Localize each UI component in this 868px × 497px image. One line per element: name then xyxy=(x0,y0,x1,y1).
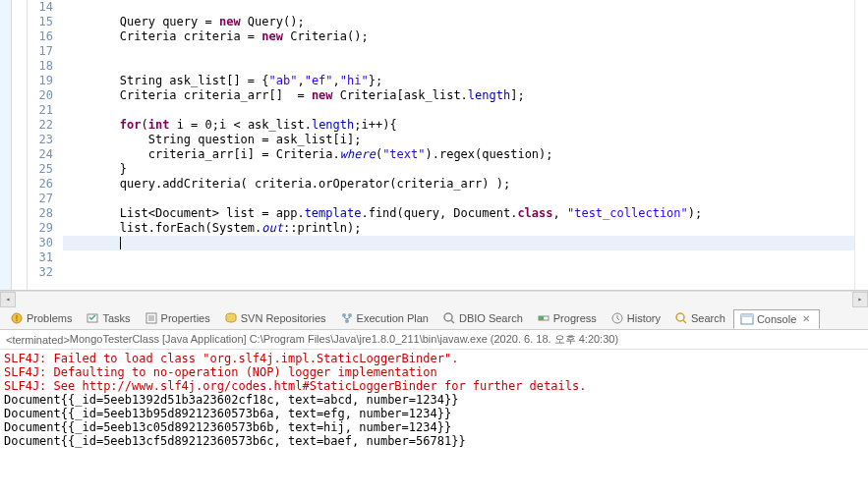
tab-label: Tasks xyxy=(102,312,130,324)
line-number[interactable]: 26 xyxy=(28,177,53,192)
line-number[interactable]: 25 xyxy=(28,162,53,177)
line-number[interactable]: 19 xyxy=(28,74,53,88)
line-number[interactable]: 24 xyxy=(28,147,53,162)
line-number[interactable]: 15 xyxy=(28,15,53,29)
tab-execution-plan[interactable]: Execution Plan xyxy=(334,309,434,327)
tab-console[interactable]: Console✕ xyxy=(733,309,820,329)
history-icon xyxy=(610,311,624,325)
tab-search[interactable]: Search xyxy=(668,309,731,327)
tab-label: SVN Repositories xyxy=(241,312,326,324)
line-number[interactable]: 32 xyxy=(28,265,53,280)
horizontal-scrollbar[interactable]: ◂ ▸ xyxy=(0,291,868,306)
svg-point-13 xyxy=(444,313,452,321)
execplan-icon xyxy=(340,311,354,325)
svg-point-18 xyxy=(676,313,684,321)
svg-line-19 xyxy=(683,320,686,323)
code-line[interactable] xyxy=(63,236,868,250)
line-number[interactable]: 20 xyxy=(28,88,53,103)
line-number[interactable]: 23 xyxy=(28,133,53,147)
code-line[interactable] xyxy=(63,265,868,280)
svg-line-14 xyxy=(451,320,454,323)
close-icon[interactable]: ✕ xyxy=(799,312,813,326)
code-editor[interactable]: 14151617181920212223242526272829303132 Q… xyxy=(0,0,868,291)
line-number[interactable]: 14 xyxy=(28,0,53,15)
line-number[interactable]: 30 xyxy=(28,236,53,250)
code-line[interactable]: criteria_arr[i] = Criteria.where("text")… xyxy=(63,147,868,162)
search-icon xyxy=(674,311,688,325)
console-status-text: MongoTesterClass [Java Application] C:\P… xyxy=(70,332,618,347)
scroll-left-button[interactable]: ◂ xyxy=(0,292,16,307)
code-line[interactable]: Query query = new Query(); xyxy=(63,15,868,29)
svn-icon xyxy=(224,311,238,325)
tab-properties[interactable]: Properties xyxy=(139,309,216,327)
console-icon xyxy=(740,312,754,326)
tab-progress[interactable]: Progress xyxy=(531,309,603,327)
line-number[interactable]: 28 xyxy=(28,206,53,221)
code-line[interactable] xyxy=(63,192,868,206)
code-content[interactable]: Query query = new Query(); Criteria crit… xyxy=(59,0,868,290)
overview-ruler[interactable] xyxy=(854,0,868,290)
line-number[interactable]: 31 xyxy=(28,250,53,265)
tab-history[interactable]: History xyxy=(605,309,666,327)
line-number[interactable]: 21 xyxy=(28,103,53,118)
tab-svn-repositories[interactable]: SVN Repositories xyxy=(218,309,332,327)
dbio-icon xyxy=(442,311,456,325)
line-number[interactable]: 18 xyxy=(28,59,53,74)
svg-point-8 xyxy=(342,313,346,317)
code-line[interactable]: List<Document> list = app.template.find(… xyxy=(63,206,868,221)
progress-icon xyxy=(537,311,550,325)
svg-line-11 xyxy=(344,317,347,319)
console-line: SLF4J: Defaulting to no-operation (NOP) … xyxy=(4,365,864,379)
code-line[interactable]: String ask_list[] = {"ab","ef","hi"}; xyxy=(63,74,868,88)
views-tab-bar: !ProblemsTasksPropertiesSVN Repositories… xyxy=(0,306,868,330)
tab-label: DBIO Search xyxy=(459,312,523,324)
code-line[interactable] xyxy=(63,0,868,15)
tab-label: Progress xyxy=(553,312,597,324)
code-line[interactable] xyxy=(63,59,868,74)
console-line: Document{{_id=5eeb13cf5d89212360573b6c, … xyxy=(4,434,864,448)
line-number[interactable]: 27 xyxy=(28,192,53,206)
tab-label: History xyxy=(627,312,661,324)
console-line: Document{{_id=5eeb13b95d89212360573b6a, … xyxy=(4,407,864,420)
console-line: SLF4J: See http://www.slf4j.org/codes.ht… xyxy=(4,379,864,393)
tab-tasks[interactable]: Tasks xyxy=(80,309,136,327)
tab-label: Properties xyxy=(161,312,210,324)
console-output[interactable]: SLF4J: Failed to load class "org.slf4j.i… xyxy=(0,350,868,450)
code-line[interactable]: Criteria criteria = new Criteria(); xyxy=(63,29,868,44)
svg-point-9 xyxy=(348,313,352,317)
code-line[interactable]: String question = ask_list[i]; xyxy=(63,133,868,147)
code-line[interactable]: for(int i = 0;i < ask_list.length;i++){ xyxy=(63,118,868,133)
tab-problems[interactable]: !Problems xyxy=(4,309,78,327)
code-line[interactable] xyxy=(63,103,868,118)
svg-line-12 xyxy=(347,317,350,319)
code-line[interactable]: Criteria criteria_arr[] = new Criteria[a… xyxy=(63,88,868,103)
console-line: SLF4J: Failed to load class "org.slf4j.i… xyxy=(4,352,864,365)
console-status-terminated: <terminated> xyxy=(6,334,70,346)
console-line: Document{{_id=5eeb13c05d89212360573b6b, … xyxy=(4,420,864,434)
tab-label: Execution Plan xyxy=(357,312,429,324)
tab-label: Console xyxy=(757,313,796,325)
tab-dbio-search[interactable]: DBIO Search xyxy=(436,309,529,327)
code-line[interactable]: } xyxy=(63,162,868,177)
code-line[interactable] xyxy=(63,44,868,59)
line-number[interactable]: 17 xyxy=(28,44,53,59)
code-line[interactable]: list.forEach(System.out::println); xyxy=(63,221,868,236)
line-number[interactable]: 29 xyxy=(28,221,53,236)
line-number[interactable]: 16 xyxy=(28,29,53,44)
tasks-icon xyxy=(86,311,99,325)
code-line[interactable] xyxy=(63,250,868,265)
scroll-right-button[interactable]: ▸ xyxy=(852,292,868,307)
tab-label: Problems xyxy=(27,312,72,324)
scroll-track[interactable] xyxy=(16,292,852,307)
console-line: Document{{_id=5eeb1392d51b3a23602cf18c, … xyxy=(4,393,864,407)
tab-label: Search xyxy=(691,312,725,324)
properties-icon xyxy=(145,311,158,325)
line-number-gutter[interactable]: 14151617181920212223242526272829303132 xyxy=(28,0,59,290)
svg-rect-16 xyxy=(539,316,544,320)
console-status-bar: <terminated> MongoTesterClass [Java Appl… xyxy=(0,330,868,350)
editor-ruler xyxy=(12,0,28,290)
code-line[interactable]: query.addCriteria( criteria.orOperator(c… xyxy=(63,177,868,192)
line-number[interactable]: 22 xyxy=(28,118,53,133)
svg-rect-21 xyxy=(741,314,753,317)
problems-icon: ! xyxy=(10,311,24,325)
